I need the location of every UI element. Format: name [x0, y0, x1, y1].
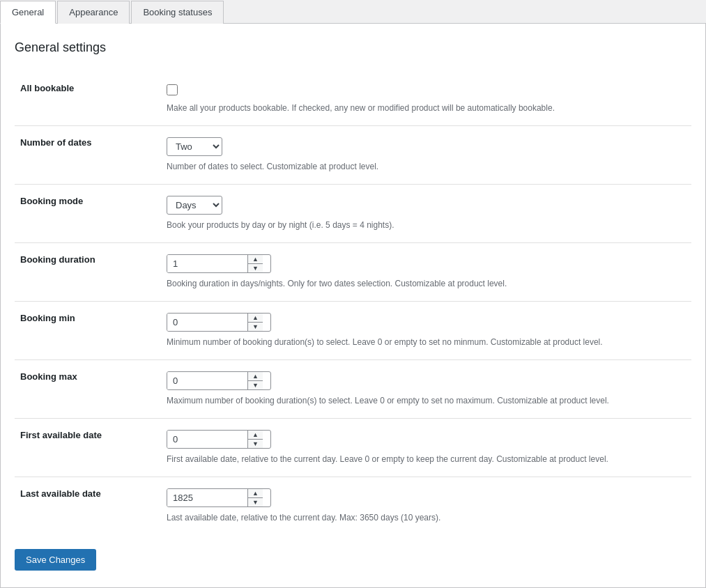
booking-max-input-wrapper: ▲ ▼ — [167, 371, 271, 390]
booking-min-up[interactable]: ▲ — [248, 314, 263, 323]
row-booking-mode: Booking mode Days Nights Book your produ… — [15, 185, 691, 243]
booking-mode-select[interactable]: Days Nights — [167, 196, 222, 215]
last-available-date-up[interactable]: ▲ — [248, 489, 263, 498]
desc-number-of-dates: Number of dates to select. Customizable … — [167, 160, 686, 173]
desc-first-available-date: First available date, relative to the cu… — [167, 453, 686, 465]
first-available-date-input[interactable] — [167, 431, 247, 448]
row-booking-min: Booking min ▲ ▼ Minimum number of bookin… — [15, 302, 691, 360]
desc-booking-mode: Book your products by day or by night (i… — [167, 219, 686, 231]
first-available-date-spin-buttons: ▲ ▼ — [247, 431, 263, 448]
label-number-of-dates: Number of dates — [15, 126, 161, 185]
save-button[interactable]: Save Changes — [15, 549, 96, 571]
booking-duration-input[interactable] — [167, 255, 247, 272]
label-all-bookable: All bookable — [15, 72, 161, 126]
desc-booking-duration: Booking duration in days/nights. Only fo… — [167, 277, 686, 290]
tab-general[interactable]: General — [0, 1, 56, 24]
booking-min-spin-buttons: ▲ ▼ — [247, 314, 263, 331]
control-booking-min: ▲ ▼ Minimum number of booking duration(s… — [161, 302, 691, 360]
label-booking-max: Booking max — [15, 360, 161, 419]
booking-duration-down[interactable]: ▼ — [248, 264, 263, 272]
desc-last-available-date: Last available date, relative to the cur… — [167, 511, 686, 524]
tabs-bar: General Appearance Booking statuses — [0, 0, 706, 24]
content-area: General settings All bookable Make all y… — [0, 24, 706, 588]
first-available-date-down[interactable]: ▼ — [248, 440, 263, 448]
number-of-dates-select[interactable]: One Two Three — [167, 137, 222, 156]
label-first-available-date: First available date — [15, 419, 161, 477]
control-booking-mode: Days Nights Book your products by day or… — [161, 185, 691, 243]
booking-max-up[interactable]: ▲ — [248, 372, 263, 381]
last-available-date-spin-buttons: ▲ ▼ — [247, 489, 263, 506]
first-available-date-up[interactable]: ▲ — [248, 431, 263, 440]
booking-duration-spin-buttons: ▲ ▼ — [247, 255, 263, 272]
booking-min-input[interactable] — [167, 314, 247, 331]
booking-min-down[interactable]: ▼ — [248, 323, 263, 331]
control-all-bookable: Make all your products bookable. If chec… — [161, 72, 691, 126]
page-title: General settings — [15, 40, 691, 55]
settings-table: All bookable Make all your products book… — [15, 72, 691, 535]
row-booking-duration: Booking duration ▲ ▼ Booking duration in… — [15, 243, 691, 302]
desc-booking-min: Minimum number of booking duration(s) to… — [167, 336, 686, 348]
page-wrapper: General Appearance Booking statuses Gene… — [0, 0, 706, 588]
row-last-available-date: Last available date ▲ ▼ Last available d… — [15, 477, 691, 536]
tab-booking-statuses[interactable]: Booking statuses — [131, 1, 224, 24]
desc-booking-max: Maximum number of booking duration(s) to… — [167, 394, 686, 407]
booking-duration-up[interactable]: ▲ — [248, 255, 263, 264]
label-booking-duration: Booking duration — [15, 243, 161, 302]
label-booking-min: Booking min — [15, 302, 161, 360]
last-available-date-down[interactable]: ▼ — [248, 498, 263, 506]
control-first-available-date: ▲ ▼ First available date, relative to th… — [161, 419, 691, 477]
last-available-date-input[interactable] — [167, 489, 247, 506]
label-booking-mode: Booking mode — [15, 185, 161, 243]
first-available-date-input-wrapper: ▲ ▼ — [167, 430, 271, 449]
tab-appearance[interactable]: Appearance — [57, 1, 130, 24]
booking-min-input-wrapper: ▲ ▼ — [167, 313, 271, 332]
control-booking-max: ▲ ▼ Maximum number of booking duration(s… — [161, 360, 691, 419]
row-all-bookable: All bookable Make all your products book… — [15, 72, 691, 126]
control-booking-duration: ▲ ▼ Booking duration in days/nights. Onl… — [161, 243, 691, 302]
booking-max-input[interactable] — [167, 372, 247, 389]
booking-max-down[interactable]: ▼ — [248, 381, 263, 389]
label-last-available-date: Last available date — [15, 477, 161, 536]
row-number-of-dates: Number of dates One Two Three Number of … — [15, 126, 691, 185]
row-first-available-date: First available date ▲ ▼ First available… — [15, 419, 691, 477]
last-available-date-input-wrapper: ▲ ▼ — [167, 488, 271, 507]
all-bookable-checkbox[interactable] — [167, 84, 178, 95]
control-last-available-date: ▲ ▼ Last available date, relative to the… — [161, 477, 691, 536]
row-booking-max: Booking max ▲ ▼ Maximum number of bookin… — [15, 360, 691, 419]
booking-duration-input-wrapper: ▲ ▼ — [167, 254, 271, 273]
desc-all-bookable: Make all your products bookable. If chec… — [167, 102, 686, 114]
control-number-of-dates: One Two Three Number of dates to select.… — [161, 126, 691, 185]
booking-max-spin-buttons: ▲ ▼ — [247, 372, 263, 389]
